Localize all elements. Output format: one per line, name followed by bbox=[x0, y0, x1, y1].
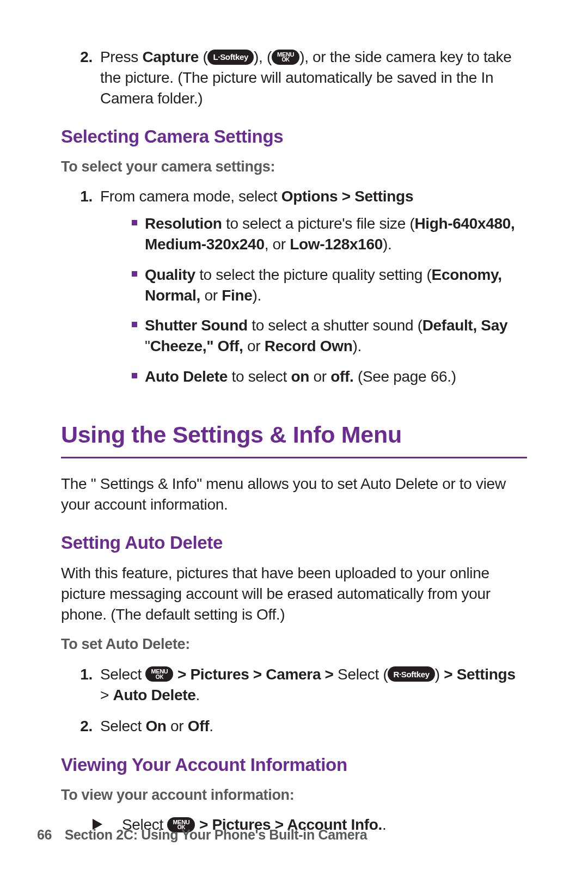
text: to select the picture quality setting ( bbox=[195, 266, 432, 283]
page-number: 66 bbox=[37, 827, 61, 843]
opt: on bbox=[291, 368, 309, 385]
opt: off. bbox=[330, 368, 353, 385]
page: 2. Press Capture (L·Softkey), (MENUOK), … bbox=[0, 0, 588, 882]
heading-viewing-account-info: Viewing Your Account Information bbox=[61, 753, 527, 777]
bullet-quality: Quality to select the picture quality se… bbox=[132, 265, 527, 306]
step-2-capture: 2. Press Capture (L·Softkey), (MENUOK), … bbox=[61, 47, 527, 108]
text: Press bbox=[100, 48, 142, 65]
auto-delete-description: With this feature, pictures that have be… bbox=[61, 563, 527, 624]
step-1-options-settings: 1. From camera mode, select Options > Se… bbox=[61, 186, 527, 396]
text: ). bbox=[252, 287, 261, 304]
content: 2. Press Capture (L·Softkey), (MENUOK), … bbox=[61, 47, 527, 835]
text: or bbox=[200, 287, 222, 304]
list-number: 2. bbox=[61, 716, 100, 737]
text: From camera mode, select bbox=[100, 188, 281, 205]
opt: Cheeze," Off, bbox=[150, 338, 243, 354]
intro-account-info: To view your account information: bbox=[61, 785, 527, 805]
step-body: Press Capture (L·Softkey), (MENUOK), or … bbox=[100, 47, 527, 108]
opt: Default, Say bbox=[422, 317, 507, 334]
heading-selecting-camera-settings: Selecting Camera Settings bbox=[61, 125, 527, 149]
text: . bbox=[209, 718, 213, 734]
options-settings: Options > Settings bbox=[281, 188, 413, 205]
r-softkey-icon: R·Softkey bbox=[388, 666, 434, 682]
path: > Pictures > Camera > bbox=[177, 666, 334, 683]
path: Auto Delete bbox=[113, 687, 196, 703]
text: ). bbox=[383, 236, 391, 253]
capture-label: Capture bbox=[142, 48, 199, 65]
section-title: Section 2C: Using Your Phone's Built-in … bbox=[65, 827, 367, 842]
heading-using-settings-info: Using the Settings & Info Menu bbox=[61, 419, 527, 455]
list-number: 1. bbox=[61, 664, 100, 706]
text: to select a picture's file size ( bbox=[222, 215, 414, 232]
text: to select a shutter sound ( bbox=[248, 317, 422, 334]
page-footer: 66 Section 2C: Using Your Phone's Built-… bbox=[37, 827, 527, 843]
square-bullet-icon bbox=[132, 220, 137, 225]
text: or bbox=[243, 338, 265, 354]
lead: Resolution bbox=[145, 215, 222, 232]
list-number: 1. bbox=[61, 186, 100, 396]
opt: Record Own bbox=[265, 338, 353, 354]
heading-setting-auto-delete: Setting Auto Delete bbox=[61, 531, 527, 555]
text: > bbox=[100, 687, 113, 703]
text: " bbox=[145, 338, 150, 354]
lead: Quality bbox=[145, 266, 195, 283]
step-body: Select On or Off. bbox=[100, 716, 527, 737]
lead: Shutter Sound bbox=[145, 317, 248, 334]
text: , or bbox=[265, 236, 290, 253]
l-softkey-icon: L·Softkey bbox=[207, 50, 254, 65]
text: to select bbox=[228, 368, 291, 385]
step-body: From camera mode, select Options > Setti… bbox=[100, 186, 527, 396]
off: Off bbox=[188, 718, 209, 734]
list-number: 2. bbox=[61, 47, 100, 108]
text: (See page 66.) bbox=[353, 368, 456, 385]
text: Select ( bbox=[334, 666, 388, 683]
step-body: Select MENUOK > Pictures > Camera > Sele… bbox=[100, 664, 527, 706]
text: ( bbox=[199, 48, 207, 65]
path: > Settings bbox=[444, 666, 515, 683]
menu-ok-icon: MENUOK bbox=[272, 50, 299, 65]
text: ). bbox=[352, 338, 361, 354]
intro-auto-delete: To set Auto Delete: bbox=[61, 634, 527, 654]
text bbox=[173, 666, 177, 683]
text: or bbox=[167, 718, 188, 734]
menu-ok-icon: MENUOK bbox=[145, 666, 173, 682]
bullet-resolution: Resolution to select a picture's file si… bbox=[132, 213, 527, 255]
text: ), ( bbox=[254, 48, 272, 65]
settings-info-intro: The " Settings & Info" menu allows you t… bbox=[61, 474, 527, 515]
opt: Fine bbox=[222, 287, 252, 304]
bullet-shutter-sound: Shutter Sound to select a shutter sound … bbox=[132, 315, 527, 357]
square-bullet-icon bbox=[132, 271, 137, 277]
text: . bbox=[196, 687, 200, 703]
heading-rule bbox=[61, 457, 527, 458]
lead: Auto Delete bbox=[145, 368, 228, 385]
ad-step-2: 2. Select On or Off. bbox=[61, 716, 527, 737]
bullet-auto-delete: Auto Delete to select on or off. (See pa… bbox=[132, 366, 527, 387]
on: On bbox=[145, 718, 166, 734]
square-bullet-icon bbox=[132, 322, 137, 327]
text: ) bbox=[435, 666, 444, 683]
intro-select: To select your camera settings: bbox=[61, 157, 527, 176]
text: Select bbox=[100, 666, 145, 683]
settings-bullets: Resolution to select a picture's file si… bbox=[132, 213, 527, 387]
text: Select bbox=[100, 718, 145, 734]
ad-step-1: 1. Select MENUOK > Pictures > Camera > S… bbox=[61, 664, 527, 706]
opt: Low-128x160 bbox=[290, 236, 383, 253]
text: or bbox=[309, 368, 330, 385]
square-bullet-icon bbox=[132, 373, 137, 378]
